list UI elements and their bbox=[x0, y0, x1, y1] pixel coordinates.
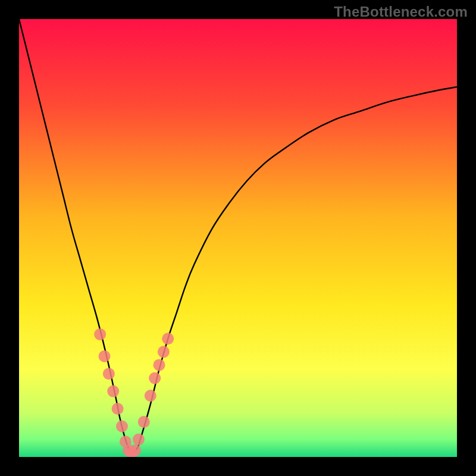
plot-area bbox=[19, 19, 457, 457]
marker-dot bbox=[149, 372, 161, 384]
marker-dot bbox=[103, 368, 115, 380]
marker-dot bbox=[145, 390, 156, 402]
marker-dot bbox=[107, 386, 119, 397]
gradient-background bbox=[19, 19, 457, 457]
marker-dot bbox=[133, 434, 145, 446]
marker-dot bbox=[116, 420, 128, 432]
marker-dot bbox=[138, 416, 150, 428]
marker-dot bbox=[154, 359, 165, 371]
marker-dot bbox=[162, 333, 174, 345]
marker-dot bbox=[112, 403, 124, 415]
chart-frame: TheBottleneck.com bbox=[0, 0, 476, 476]
marker-dot bbox=[129, 444, 141, 456]
chart-svg bbox=[19, 19, 457, 457]
marker-dot bbox=[94, 328, 106, 340]
watermark: TheBottleneck.com bbox=[334, 4, 468, 20]
marker-dot bbox=[158, 346, 170, 358]
marker-dot bbox=[99, 350, 111, 362]
